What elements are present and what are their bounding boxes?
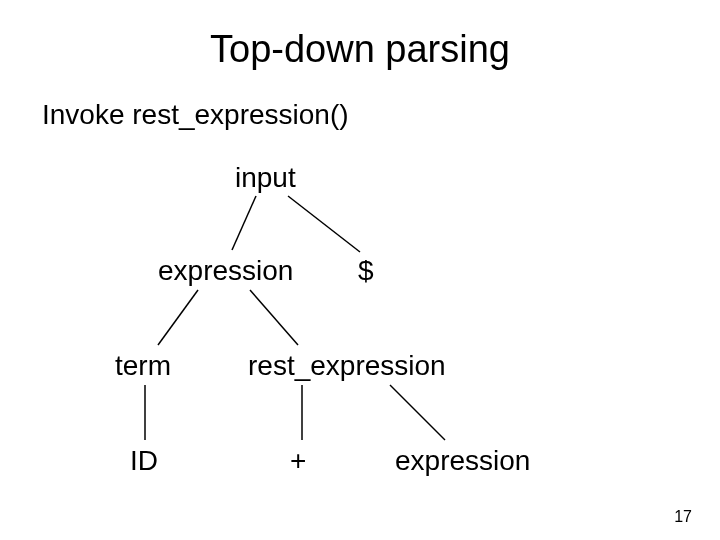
node-expression2: expression (395, 445, 530, 477)
svg-line-6 (390, 385, 445, 440)
node-plus: + (290, 445, 306, 477)
svg-line-3 (250, 290, 298, 345)
node-expression: expression (158, 255, 293, 287)
node-id: ID (130, 445, 158, 477)
slide-title: Top-down parsing (0, 28, 720, 71)
svg-line-1 (288, 196, 360, 252)
svg-line-0 (232, 196, 256, 250)
page-number: 17 (674, 508, 692, 526)
node-term: term (115, 350, 171, 382)
subtitle-text: Invoke rest_expression() (42, 99, 720, 131)
node-input: input (235, 162, 296, 194)
node-rest-expression: rest_expression (248, 350, 446, 382)
node-dollar: $ (358, 255, 374, 287)
svg-line-2 (158, 290, 198, 345)
